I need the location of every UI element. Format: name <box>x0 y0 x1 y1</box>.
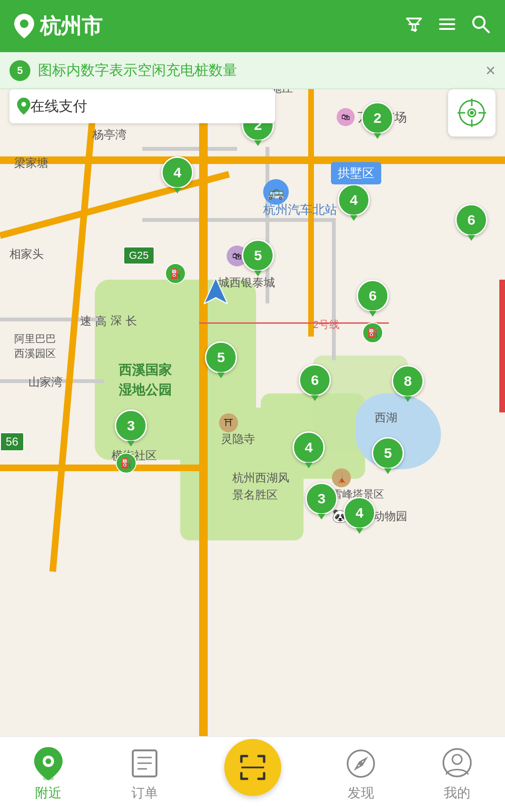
charging-marker-3-bottom-left[interactable]: 3 <box>115 410 147 447</box>
svg-point-0 <box>20 19 28 28</box>
gongshuo-district-label: 拱墅区 <box>331 162 381 184</box>
nav-item-orders[interactable]: 订单 <box>128 747 161 802</box>
gas-station-icon-3: ⛽ <box>116 453 137 474</box>
marker-circle: 5 <box>242 239 274 272</box>
nav-item-discover[interactable]: 发现 <box>344 747 377 802</box>
marker-circle: 3 <box>115 410 147 442</box>
marker-pin <box>305 463 312 468</box>
scan-button[interactable] <box>224 739 281 796</box>
marker-circle: 4 <box>343 497 376 529</box>
charging-marker-6-lower[interactable]: 6 <box>299 364 331 401</box>
marker-circle: 6 <box>455 204 487 236</box>
nearby-icon <box>32 747 65 780</box>
nav-item-profile[interactable]: 我的 <box>441 747 474 802</box>
location-pin-icon <box>14 14 34 38</box>
marker-circle: 2 <box>361 102 394 134</box>
label-shanjia: 山家湾 <box>28 374 63 390</box>
map-area[interactable]: 杨亭湾 梁家塘 相家头 长深高速 阿里巴巴西溪园区 山家湾 西溪国家湿地公园 横… <box>0 52 505 736</box>
label-scenic: 杭州西湖风景名胜区 <box>232 469 289 503</box>
nav-item-scan[interactable] <box>224 739 281 810</box>
bus-station-poi: 🚌 <box>263 179 289 205</box>
notification-bar: 5 图标内数字表示空闲充电桩数量 × <box>0 52 505 89</box>
nav-label-orders: 订单 <box>131 784 158 802</box>
marker-pin <box>217 373 225 378</box>
city-name: 杭州市 <box>40 12 102 40</box>
notification-close-button[interactable]: × <box>486 61 496 81</box>
label-metro2: 2号线 <box>313 318 340 332</box>
bottom-navigation: 附近 订单 <box>0 736 505 812</box>
charging-marker-4-right-upper[interactable]: 4 <box>338 184 370 221</box>
marker-circle: 4 <box>338 184 370 216</box>
charging-marker-8[interactable]: 8 <box>392 365 424 402</box>
header-icons <box>404 14 491 38</box>
label-wetland: 西溪国家湿地公园 <box>119 360 172 400</box>
crosshair-icon <box>458 99 486 127</box>
svg-marker-7 <box>204 278 228 304</box>
location-center-button[interactable] <box>448 89 496 137</box>
marker-circle: 6 <box>357 280 389 312</box>
marker-circle: 5 <box>205 341 237 374</box>
road-label-56: 56 <box>0 432 24 451</box>
charging-marker-2-right[interactable]: 2 <box>361 102 394 139</box>
svg-point-27 <box>452 755 462 764</box>
gas-station-icon-1: ⛽ <box>165 263 186 284</box>
marker-pin <box>356 528 363 534</box>
marker-pin <box>127 441 135 447</box>
road-right-vertical <box>308 52 314 337</box>
marker-pin <box>318 514 325 520</box>
bus-icon: 🚌 <box>263 179 289 205</box>
label-westlake: 西湖 <box>375 410 397 425</box>
road-bottom-horizontal <box>0 465 199 471</box>
svg-point-25 <box>359 762 363 766</box>
marker-circle: 4 <box>161 156 193 189</box>
app-header: 杭州市 <box>0 0 505 52</box>
highway-g25-label: G25 <box>123 246 155 265</box>
label-alibaba: 阿里巴巴西溪园区 <box>14 332 56 361</box>
notification-number-icon: 5 <box>9 60 30 81</box>
filter-icon[interactable] <box>404 15 423 38</box>
charging-marker-5-lower-left[interactable]: 5 <box>205 341 237 378</box>
search-input-bar[interactable]: 在线支付 <box>9 89 275 123</box>
charging-marker-4-bottom[interactable]: 4 <box>293 431 325 468</box>
label-highway: 长深高速 <box>78 306 139 309</box>
nav-label-nearby: 附近 <box>35 784 62 802</box>
road-dashed-center <box>203 194 209 574</box>
notification-text: 图标内数字表示空闲充电桩数量 <box>38 61 486 80</box>
metro-line-2 <box>199 322 389 324</box>
scan-icon <box>238 752 268 783</box>
label-yangtingwan: 杨亭湾 <box>92 127 127 142</box>
charging-marker-6-far-right[interactable]: 6 <box>455 204 487 241</box>
marker-circle: 5 <box>372 437 404 469</box>
charging-marker-3-bottom[interactable]: 3 <box>305 483 338 520</box>
marker-pin <box>369 311 376 317</box>
gas-station-icon-2: ⛽ <box>362 322 383 343</box>
label-lingyin: 灵隐寺 <box>221 431 255 447</box>
road-gray-4 <box>142 147 237 151</box>
charging-marker-4-upper[interactable]: 4 <box>161 156 193 193</box>
charging-marker-6-right[interactable]: 6 <box>357 280 389 317</box>
orders-icon <box>128 747 161 780</box>
svg-point-8 <box>21 102 26 107</box>
search-icon[interactable] <box>471 14 491 38</box>
charging-marker-5-bottom-right[interactable]: 5 <box>372 437 404 474</box>
charging-marker-4-corner[interactable]: 4 <box>343 497 376 534</box>
menu-icon[interactable] <box>438 15 457 38</box>
marker-pin <box>254 271 262 276</box>
marker-circle: 6 <box>299 364 331 396</box>
svg-line-6 <box>483 27 489 32</box>
marker-pin <box>254 140 262 146</box>
lingyin-icon: ⛩ <box>219 413 238 432</box>
header-left: 杭州市 <box>14 12 102 40</box>
road-gray-8 <box>332 218 336 360</box>
marker-circle: 4 <box>293 431 325 464</box>
marker-pin <box>404 396 412 402</box>
marker-pin <box>384 468 392 474</box>
discover-icon <box>344 747 377 780</box>
charging-marker-5-center[interactable]: 5 <box>242 239 274 276</box>
marker-pin <box>311 395 319 401</box>
profile-icon <box>441 747 474 780</box>
marker-circle: 8 <box>392 365 424 397</box>
nav-label-profile: 我的 <box>444 784 470 802</box>
nav-item-nearby[interactable]: 附近 <box>32 747 65 802</box>
map-background: 杨亭湾 梁家塘 相家头 长深高速 阿里巴巴西溪园区 山家湾 西溪国家湿地公园 横… <box>0 52 505 736</box>
